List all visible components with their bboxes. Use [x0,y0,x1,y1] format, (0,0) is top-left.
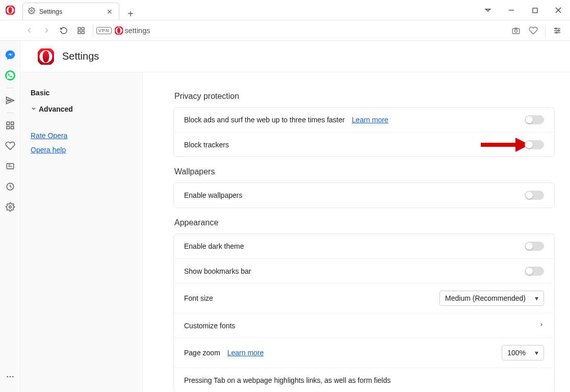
speed-dial-button[interactable] [72,22,90,39]
whatsapp-button[interactable] [0,65,20,86]
caret-down-icon: ▾ [535,294,538,302]
bookmarks-rail-button[interactable] [0,136,20,156]
sidebar-link-opera-help[interactable]: Opera help [31,146,142,154]
heart-icon [529,26,538,35]
opera-menu-button[interactable] [0,0,20,20]
svg-rect-4 [533,8,537,13]
chevron-right-icon [42,26,51,35]
messenger-button[interactable] [0,45,20,65]
minimize-button[interactable] [500,0,523,20]
close-window-button[interactable] [547,0,570,20]
rail-divider [7,113,14,113]
page-zoom-select[interactable]: 100% ▾ [502,345,544,360]
svg-point-30 [9,206,11,208]
settings-content[interactable]: Privacy protection Block ads and surf th… [143,72,570,392]
sliders-icon [553,27,561,35]
reload-button[interactable] [55,22,72,39]
svg-point-19 [558,30,559,31]
chevron-left-icon [25,26,34,35]
svg-point-1 [8,7,12,13]
toolbar-separator [93,24,93,37]
row-block-ads: Block ads and surf the web up to three t… [174,108,554,132]
toolbar-separator [545,24,546,37]
svg-point-12 [117,28,120,34]
sidebar-item-basic[interactable]: Basic [31,85,142,101]
left-sidebar-rail [0,41,20,392]
reload-icon [60,27,68,35]
toolbar: VPN settings [0,20,570,41]
row-label: Enable dark theme [184,242,525,250]
history-rail-button[interactable] [0,176,20,197]
appearance-card: Enable dark theme Show bookmarks bar Fon… [173,233,555,392]
vpn-badge[interactable]: VPN [96,27,112,34]
learn-more-link[interactable]: Learn more [352,116,388,124]
page-body: Basic Advanced Rate Opera Opera help Pri… [20,72,570,392]
bookmark-heart-button[interactable] [525,22,542,39]
row-customize-fonts[interactable]: Customize fonts [174,313,554,337]
opera-logo-icon [6,6,15,15]
svg-point-18 [555,28,557,29]
tabs-menu-icon [484,6,492,14]
chevron-right-icon [539,321,544,330]
workspace: Settings Basic Advanced Rate Opera Opera… [0,41,570,392]
svg-point-20 [556,32,557,33]
svg-rect-25 [11,126,13,129]
toggle-block-trackers[interactable] [525,140,544,149]
grid-icon [6,121,15,130]
opera-logo-icon [38,48,54,65]
toggle-enable-wallpapers[interactable] [525,191,544,200]
toggle-dark-theme[interactable] [525,242,544,251]
ellipsis-icon [6,372,15,381]
site-identity-icon[interactable] [115,27,123,35]
address-bar[interactable]: settings [123,27,507,35]
minimize-icon [508,7,514,13]
settings-rail-button[interactable] [0,197,20,217]
heart-icon [5,141,15,151]
snapshot-button[interactable] [507,22,525,39]
new-tab-button[interactable]: + [122,8,139,20]
svg-point-2 [31,10,33,12]
svg-rect-23 [11,122,13,124]
row-enable-wallpapers: Enable wallpapers [174,183,554,207]
section-title-privacy: Privacy protection [174,92,555,101]
learn-more-link[interactable]: Learn more [227,349,264,357]
svg-point-14 [514,30,517,32]
svg-rect-8 [82,28,84,30]
window-controls [476,0,570,20]
forward-button[interactable] [38,22,55,39]
sidebar-item-advanced[interactable]: Advanced [31,101,142,117]
row-label: Pressing Tab on a webpage highlights lin… [184,376,544,384]
svg-rect-26 [7,164,14,169]
svg-rect-9 [78,31,81,34]
maximize-button[interactable] [523,0,547,20]
easy-setup-button[interactable] [549,22,566,39]
sidebar-item-label: Advanced [39,105,73,113]
tab-menu-button[interactable] [476,0,500,20]
sidebar-link-rate-opera[interactable]: Rate Opera [31,132,142,140]
gear-icon [28,7,35,16]
row-label: Font size [184,294,439,302]
tab-title: Settings [39,8,62,15]
news-rail-button[interactable] [0,156,20,176]
settings-sidebar: Basic Advanced Rate Opera Opera help [20,72,143,392]
personal-news-button[interactable] [0,90,20,111]
svg-point-35 [43,50,49,62]
font-size-select[interactable]: Medium (Recommended) ▾ [439,291,544,306]
svg-rect-7 [78,28,81,30]
wallpapers-card: Enable wallpapers [173,182,555,208]
chevron-down-icon [31,105,37,113]
svg-point-31 [7,376,8,378]
sidebar-more-button[interactable] [0,367,20,387]
page-header: Settings [20,41,570,72]
speed-dial-rail-button[interactable] [0,115,20,136]
camera-icon [511,26,521,35]
maximize-icon [532,8,538,13]
back-button[interactable] [20,22,38,39]
toggle-bookmarks-bar[interactable] [525,267,544,276]
tab-close-button[interactable]: ✕ [106,8,114,16]
tab-settings[interactable]: Settings ✕ [22,3,119,20]
clock-icon [6,182,15,191]
toggle-block-ads[interactable] [525,115,544,124]
row-page-zoom: Page zoom Learn more 100% ▾ [174,337,554,368]
select-value: 100% [507,349,526,357]
